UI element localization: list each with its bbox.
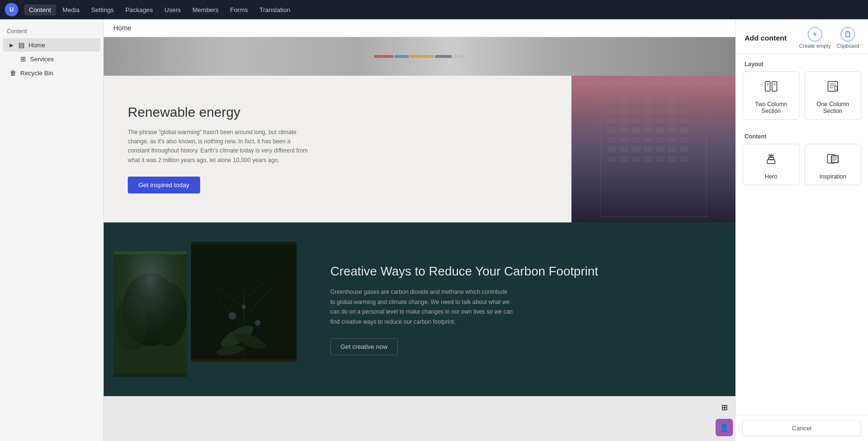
two-column-label: Two Column Section <box>749 101 793 114</box>
right-panel-actions: + Create empty Clipboard <box>799 27 859 49</box>
grid-icon-button[interactable]: ⊞ <box>716 399 733 416</box>
two-column-icon <box>764 80 778 96</box>
expand-arrow-icon: ▶ <box>10 42 14 48</box>
recycle-bin-icon: 🗑 <box>10 69 16 77</box>
renewable-desc: The phrase "global warming" hasn't been … <box>128 128 311 165</box>
nav-forms[interactable]: Forms <box>225 4 253 15</box>
user-avatar-button[interactable]: 👤 <box>716 419 733 436</box>
sidebar: Content ▶ ▤ Home ⊞ Services 🗑 Recycle Bi… <box>0 19 104 441</box>
get-creative-button[interactable]: Get creative now <box>330 338 398 355</box>
svg-rect-55 <box>113 254 187 374</box>
content-header: Home <box>104 19 735 37</box>
nav-media[interactable]: Media <box>58 4 84 15</box>
create-empty-button[interactable]: + Create empty <box>799 27 831 49</box>
sidebar-recycle-label: Recycle Bin <box>20 69 54 77</box>
svg-rect-81 <box>835 86 837 90</box>
sidebar-section-title: Content <box>0 25 103 38</box>
sidebar-item-recycle-bin[interactable]: 🗑 Recycle Bin <box>3 66 100 80</box>
layout-section-title: Layout <box>736 54 868 71</box>
main-layout: Content ▶ ▤ Home ⊞ Services 🗑 Recycle Bi… <box>0 19 868 441</box>
hero-card[interactable]: Hero <box>743 144 800 185</box>
one-column-svg <box>826 80 840 93</box>
svg-rect-71 <box>765 82 770 91</box>
top-strip-image <box>104 37 735 76</box>
inspiration-label: Inspiration <box>819 173 846 180</box>
get-inspired-button[interactable]: Get inspired today <box>128 177 200 193</box>
forest-image-1 <box>113 251 187 377</box>
svg-rect-50 <box>571 82 735 217</box>
create-empty-label: Create empty <box>799 43 831 49</box>
page-preview: Renewable energy The phrase "global warm… <box>104 37 735 396</box>
forest-image-2 <box>191 242 297 362</box>
create-empty-icon: + <box>808 27 822 41</box>
inspiration-card[interactable]: Inspiration <box>804 144 861 185</box>
carbon-title: Creative Ways to Reduce Your Carbon Foot… <box>330 263 711 280</box>
svg-point-90 <box>773 154 773 155</box>
nav-users[interactable]: Users <box>160 4 186 15</box>
nav-translation[interactable]: Translation <box>255 4 295 15</box>
inspiration-svg <box>826 152 840 165</box>
svg-point-89 <box>771 154 772 155</box>
carbon-desc: Greenhouse gases are carbon dioxide and … <box>330 287 514 327</box>
renewable-image <box>571 76 735 222</box>
building-svg <box>571 76 735 222</box>
renewable-text: Renewable energy The phrase "global warm… <box>104 76 571 222</box>
content-cards-grid: Hero Inspiration <box>736 144 868 192</box>
forest-svg-2 <box>191 242 297 362</box>
bottom-user-icons: ⊞ 👤 <box>716 399 733 441</box>
clipboard-button[interactable]: Clipboard <box>837 27 859 49</box>
svg-rect-68 <box>191 245 297 359</box>
svg-point-88 <box>769 154 770 155</box>
sidebar-item-home[interactable]: ▶ ▤ Home <box>3 38 100 52</box>
one-column-card[interactable]: One Column Section <box>804 71 861 120</box>
svg-rect-70 <box>847 31 849 32</box>
two-column-svg <box>764 80 778 93</box>
home-icon: ▤ <box>18 41 25 49</box>
nav-content[interactable]: Content <box>24 4 56 15</box>
sidebar-services-label: Services <box>30 55 54 63</box>
content-section-title: Content <box>736 126 868 144</box>
content-area: Home Renewable energy <box>104 19 735 441</box>
bottom-buttons: Cancel <box>735 415 868 441</box>
svg-rect-72 <box>772 82 777 91</box>
one-column-icon <box>826 80 840 96</box>
renewable-section: Renewable energy The phrase "global warm… <box>104 76 735 222</box>
right-panel: Add content + Create empty Clipboard <box>735 19 868 441</box>
cancel-button[interactable]: Cancel <box>742 420 861 436</box>
svg-rect-82 <box>767 160 775 164</box>
services-icon: ⊞ <box>20 55 26 63</box>
right-panel-header: Add content + Create empty Clipboard <box>736 19 868 54</box>
hero-label: Hero <box>765 173 777 180</box>
hero-svg <box>764 152 778 165</box>
two-column-card[interactable]: Two Column Section <box>743 71 800 120</box>
carbon-images <box>104 227 306 391</box>
top-nav: U Content Media Settings Packages Users … <box>0 0 868 19</box>
carbon-text: Creative Ways to Reduce Your Carbon Foot… <box>306 244 735 374</box>
hero-icon <box>764 152 778 168</box>
add-content-title: Add content <box>745 34 787 42</box>
layout-grid: Two Column Section One Column Section <box>736 71 868 126</box>
nav-packages[interactable]: Packages <box>121 4 158 15</box>
carbon-section: Creative Ways to Reduce Your Carbon Foot… <box>104 222 735 396</box>
svg-rect-69 <box>846 32 850 37</box>
page-top-strip <box>104 37 735 76</box>
clipboard-label: Clipboard <box>837 43 859 49</box>
sidebar-home-label: Home <box>28 41 45 49</box>
clipboard-icon <box>841 27 855 41</box>
sidebar-item-services[interactable]: ⊞ Services <box>3 52 100 66</box>
renewable-title: Renewable energy <box>128 105 547 120</box>
clipboard-svg <box>844 31 851 38</box>
nav-members[interactable]: Members <box>188 4 223 15</box>
logo[interactable]: U <box>5 3 18 16</box>
nav-settings[interactable]: Settings <box>86 4 119 15</box>
forest-svg-1 <box>113 251 187 377</box>
one-column-label: One Column Section <box>811 101 855 114</box>
inspiration-icon <box>826 152 840 168</box>
